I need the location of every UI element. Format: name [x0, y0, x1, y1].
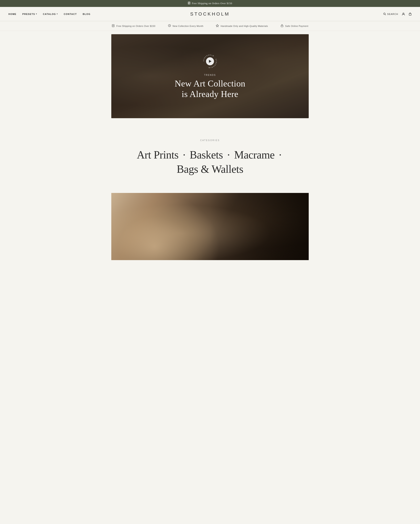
nav-right: SEARCH: [383, 13, 411, 16]
dot-separator: ·: [183, 149, 188, 161]
feature-payment: Safe Online Payment: [280, 24, 308, 28]
categories-section: CATEGORIES Art Prints · Baskets · Macram…: [0, 118, 420, 193]
main-nav: HOME PRESETS ▾ CATALOG ▾ CONTACT BLOG ST…: [0, 7, 420, 21]
hero-content: STOCKHOLM · STOCKHOLM · TRENDS New Art C…: [111, 53, 309, 99]
nav-item-presets[interactable]: PRESETS ▾: [22, 13, 37, 15]
category-link-bags-wallets[interactable]: Bags & Wallets: [177, 163, 243, 175]
nav-item-catalog[interactable]: CATALOG ▾: [43, 13, 58, 15]
play-button[interactable]: [206, 57, 214, 65]
dot-separator: ·: [227, 149, 232, 161]
chevron-down-icon: ▾: [36, 13, 37, 15]
feature-payment-text: Safe Online Payment: [285, 25, 308, 27]
svg-point-4: [384, 13, 385, 15]
category-link-baskets[interactable]: Baskets: [190, 149, 223, 161]
dot-separator: ·: [279, 149, 281, 161]
nav-center: STOCKHOLM: [190, 11, 230, 17]
svg-point-6: [403, 13, 404, 14]
hero-title: New Art Collection is Already Here: [111, 78, 309, 99]
site-logo[interactable]: STOCKHOLM: [190, 11, 230, 17]
search-icon: [383, 13, 386, 16]
play-triangle-icon: [209, 60, 211, 63]
bag-icon: [409, 13, 411, 16]
announcement-icon: [188, 2, 191, 5]
clipboard-icon: [112, 24, 115, 28]
svg-rect-7: [409, 13, 411, 15]
account-button[interactable]: [402, 13, 405, 16]
announcement-bar: Free Shipping on Orders Over $150: [0, 0, 420, 7]
cart-button[interactable]: [409, 13, 411, 16]
nav-item-contact[interactable]: CONTACT: [64, 13, 77, 15]
craft-section: [111, 193, 309, 260]
svg-line-5: [385, 14, 386, 15]
nav-item-blog[interactable]: BLOG: [83, 13, 90, 15]
feature-collection-text: New Collection Every Month: [173, 25, 203, 27]
hero-label: TRENDS: [111, 74, 309, 76]
svg-rect-13: [281, 26, 283, 27]
user-icon: [402, 13, 405, 16]
feature-collection: New Collection Every Month: [168, 24, 203, 28]
feature-shipping-text: Free Shipping on Orders Over $150: [116, 25, 155, 27]
category-link-art-prints[interactable]: Art Prints: [137, 149, 178, 161]
feature-handmade: Handmade Only and High-Quality Materials: [216, 24, 268, 28]
clock-icon: [168, 24, 171, 28]
craft-photo-background: [111, 193, 309, 260]
nav-left: HOME PRESETS ▾ CATALOG ▾ CONTACT BLOG: [9, 13, 90, 15]
svg-rect-8: [112, 25, 114, 27]
features-bar: Free Shipping on Orders Over $150 New Co…: [0, 21, 420, 31]
star-icon: [216, 24, 219, 28]
svg-marker-12: [216, 24, 219, 27]
lock-icon: [280, 24, 283, 28]
category-link-macrame[interactable]: Macrame: [234, 149, 275, 161]
feature-shipping: Free Shipping on Orders Over $150: [112, 24, 155, 28]
categories-label: CATEGORIES: [9, 139, 411, 141]
nav-item-home[interactable]: HOME: [9, 13, 16, 15]
announcement-text: Free Shipping on Orders Over $150: [192, 2, 232, 5]
play-circle[interactable]: STOCKHOLM · STOCKHOLM ·: [201, 53, 219, 70]
categories-title: Art Prints · Baskets · Macrame · Bags & …: [9, 148, 411, 176]
hero-section: STOCKHOLM · STOCKHOLM · TRENDS New Art C…: [111, 34, 309, 118]
chevron-down-icon: ▾: [57, 13, 58, 15]
search-button[interactable]: SEARCH: [383, 13, 398, 16]
feature-handmade-text: Handmade Only and High-Quality Materials: [220, 25, 268, 27]
